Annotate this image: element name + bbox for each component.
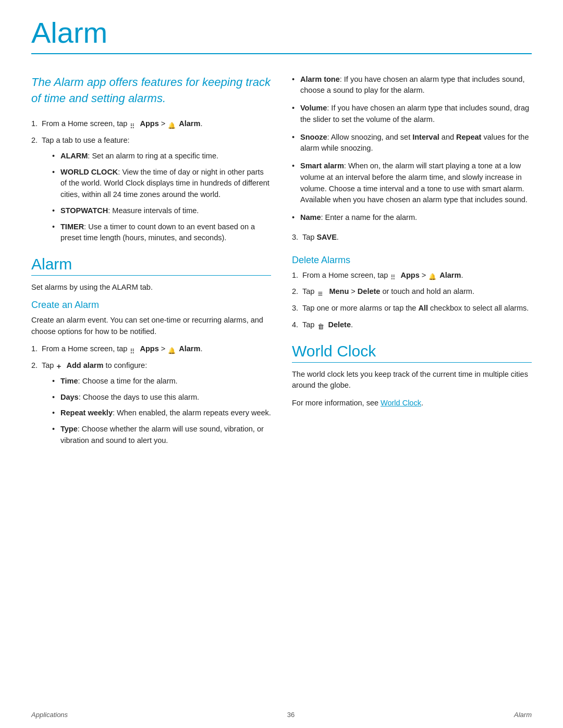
create-alarm-desc: Create an alarm event. You can set one-t… [31, 315, 271, 338]
plus-icon: + [56, 362, 64, 369]
feature-alarm: ALARM: Set an alarm to ring at a specifi… [52, 151, 271, 162]
alarm-icon-2 [168, 345, 176, 353]
delete-step-4: Tap Delete. [292, 319, 532, 331]
create-alarm-steps: From a Home screen, tap Apps > Alarm. Ta… [31, 343, 271, 446]
footer-right: Alarm [514, 711, 532, 719]
step-save: Tap SAVE. [292, 232, 532, 243]
menu-icon [317, 289, 326, 295]
config-list: Time: Choose a time for the alarm. Days:… [52, 376, 271, 447]
delete-alarms-section: Delete Alarms From a Home screen, tap Ap… [292, 255, 532, 331]
option-smart-alarm: Smart alarm: When on, the alarm will sta… [292, 161, 532, 206]
delete-alarm-steps: From a Home screen, tap Apps > Alarm. Ta… [292, 270, 532, 331]
page-header: Alarm [0, 0, 563, 59]
alarm-options-list: Alarm tone: If you have chosen an alarm … [292, 74, 532, 224]
world-clock-section: World Clock The world clock lets you kee… [292, 342, 532, 409]
page-wrapper: Alarm The Alarm app offers features for … [0, 0, 563, 728]
intro-step-2: Tap a tab to use a feature: ALARM: Set a… [31, 135, 271, 244]
feature-stopwatch: STOPWATCH: Measure intervals of time. [52, 205, 271, 217]
alarm-section-desc: Set alarms by using the ALARM tab. [31, 282, 271, 293]
create-alarm-step-2: Tap + Add alarm to configure: Time: Choo… [31, 360, 271, 447]
config-time: Time: Choose a time for the alarm. [52, 376, 271, 387]
option-alarm-tone: Alarm tone: If you have chosen an alarm … [292, 74, 532, 97]
apps-icon-2 [130, 346, 137, 353]
world-clock-desc2: For more information, see World Clock. [292, 398, 532, 409]
config-type: Type: Choose whether the alarm will use … [52, 424, 271, 447]
footer-left: Applications [31, 711, 68, 719]
feature-timer: TIMER: Use a timer to count down to an e… [52, 221, 271, 244]
left-column: The Alarm app offers features for keepin… [31, 74, 271, 706]
delete-alarms-heading: Delete Alarms [292, 255, 532, 266]
step3-list: Tap SAVE. [292, 232, 532, 243]
create-alarm-section: Create an Alarm Create an alarm event. Y… [31, 300, 271, 447]
feature-world-clock: WORLD CLOCK: View the time of day or nig… [52, 167, 271, 201]
alarm-section-heading: Alarm [31, 255, 271, 276]
delete-step-1: From a Home screen, tap Apps > Alarm. [292, 270, 532, 281]
alarm-icon [168, 120, 176, 128]
features-list: ALARM: Set an alarm to ring at a specifi… [52, 151, 271, 244]
option-volume: Volume: If you have chosen an alarm type… [292, 103, 532, 126]
content-area: The Alarm app offers features for keepin… [0, 59, 563, 706]
option-snooze: Snooze: Allow snoozing, and set Interval… [292, 132, 532, 155]
intro-text: The Alarm app offers features for keepin… [31, 74, 271, 107]
create-alarm-heading: Create an Alarm [31, 300, 271, 311]
config-days: Days: Choose the days to use this alarm. [52, 392, 271, 403]
apps-icon [130, 121, 137, 128]
world-clock-desc1: The world clock lets you keep track of t… [292, 369, 532, 392]
alarm-icon-3 [429, 271, 437, 279]
option-name: Name: Enter a name for the alarm. [292, 212, 532, 224]
delete-step-3: Tap one or more alarms or tap the All ch… [292, 303, 532, 314]
alarm-section: Alarm Set alarms by using the ALARM tab.… [31, 255, 271, 447]
create-alarm-step-1: From a Home screen, tap Apps > Alarm. [31, 343, 271, 355]
page-title: Alarm [31, 17, 532, 49]
page-footer: Applications 36 Alarm [0, 706, 563, 728]
trash-icon [317, 321, 325, 329]
header-rule [31, 53, 532, 54]
intro-step-1: From a Home screen, tap Apps > Alarm. [31, 118, 271, 130]
right-column: Alarm tone: If you have chosen an alarm … [292, 74, 532, 706]
world-clock-link[interactable]: World Clock [381, 399, 421, 407]
footer-center: 36 [287, 711, 295, 719]
world-clock-heading: World Clock [292, 342, 532, 363]
config-repeat: Repeat weekly: When enabled, the alarm r… [52, 408, 271, 419]
intro-steps: From a Home screen, tap Apps > Alarm. Ta… [31, 118, 271, 244]
delete-step-2: Tap Menu > Delete or touch and hold an a… [292, 286, 532, 298]
apps-icon-3 [390, 272, 398, 279]
